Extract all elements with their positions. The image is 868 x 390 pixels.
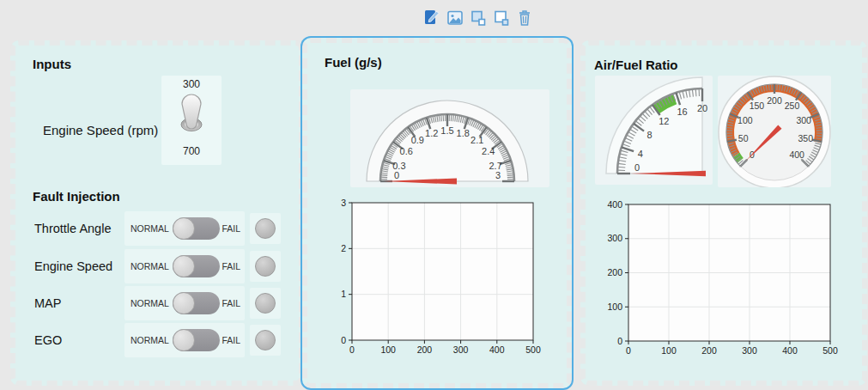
ego-switch[interactable]: NORMAL FAIL [124,323,245,357]
svg-text:0: 0 [341,335,346,345]
toggle-switch[interactable] [173,255,220,277]
edit-icon [424,9,440,27]
svg-text:500: 500 [822,345,838,356]
svg-text:16: 16 [677,107,687,117]
svg-text:50: 50 [738,133,749,143]
fuel-panel[interactable]: Fuel (g/s) 00.30.60.91.21.51.82.12.42.73… [302,38,572,388]
svg-text:1.8: 1.8 [457,128,470,138]
switch-on-label: FAIL [222,323,240,357]
fault-row-label: Engine Speed [34,258,112,275]
toggle-knob [173,329,195,351]
air-fuel-quarter-gauge-card: 048121620 [595,76,713,185]
image-icon [447,9,463,27]
svg-text:200: 200 [607,267,622,277]
air-fuel-ratio-title: Air/Fuel Ratio [594,58,678,72]
switch-on-label: FAIL [222,211,240,246]
air-fuel-circular-gauge-card: 050100150200250300350400 [718,76,831,187]
fault-row-label: Throttle Angle [34,220,111,237]
svg-text:250: 250 [785,101,800,111]
engine-speed-rocker-switch[interactable]: 300 700 [161,76,222,165]
switch-off-label: NORMAL [131,286,169,320]
svg-text:0.3: 0.3 [392,161,405,171]
svg-text:300: 300 [453,344,469,355]
air-fuel-quarter-gauge: 048121620 [595,76,713,185]
svg-text:400: 400 [607,199,622,210]
inputs-title: Inputs [33,57,71,71]
svg-text:3: 3 [341,198,346,208]
svg-text:8: 8 [646,130,652,140]
lamp-card [250,325,281,356]
svg-text:200: 200 [767,95,782,106]
svg-text:2: 2 [341,243,346,253]
svg-text:3: 3 [495,170,501,180]
throttle-angle-lamp [255,218,276,239]
lamp-card [250,251,281,282]
svg-text:2.7: 2.7 [489,161,501,171]
rocker-bottom-value: 700 [161,145,222,157]
rocker-top-value: 300 [161,78,222,90]
toggle-knob [173,217,195,240]
svg-text:0: 0 [617,336,622,346]
svg-text:300: 300 [796,115,811,125]
svg-text:12: 12 [659,116,669,126]
fuel-gauge-card: 00.30.60.91.21.51.82.12.42.73 [350,89,549,187]
switch-off-label: NORMAL [131,249,169,283]
rocker-lever [177,93,206,132]
fault-injection-title: Fault Injection [33,189,120,204]
svg-text:100: 100 [661,345,677,356]
switch-on-label: FAIL [222,286,240,320]
trash-icon [517,9,532,27]
air-fuel-circular-gauge: 050100150200250300350400 [718,76,831,187]
lamp-card [250,213,281,244]
throttle-angle-switch[interactable]: NORMAL FAIL [124,211,245,246]
fuel-title: Fuel (g/s) [325,55,382,70]
toggle-knob [173,292,195,314]
switch-off-label: NORMAL [131,323,169,357]
toggle-switch[interactable] [173,292,220,314]
send-to-back-icon [470,9,486,27]
svg-text:400: 400 [789,149,804,160]
svg-text:100: 100 [737,115,753,125]
delete-panel-button[interactable] [515,7,534,29]
toggle-switch[interactable] [173,329,220,351]
air-fuel-ratio-panel[interactable]: Air/Fuel Ratio 048121620 050100150200250… [580,40,867,386]
svg-text:1.2: 1.2 [425,128,438,138]
svg-text:1: 1 [341,289,346,299]
toggle-knob [173,255,195,277]
switch-on-label: FAIL [222,249,240,283]
svg-text:1.5: 1.5 [440,125,453,136]
svg-text:100: 100 [380,344,396,355]
switch-off-label: NORMAL [131,211,169,246]
svg-text:0.6: 0.6 [400,146,413,156]
bring-to-front-button[interactable] [492,7,511,29]
lamp-card [250,288,281,319]
svg-text:400: 400 [782,345,798,356]
svg-text:0: 0 [634,162,640,173]
svg-text:4: 4 [638,149,643,159]
svg-text:200: 200 [701,345,717,356]
svg-text:20: 20 [697,103,707,113]
svg-text:150: 150 [750,101,765,111]
send-to-back-button[interactable] [469,7,488,29]
map-lamp [255,293,276,314]
background-image-button[interactable] [446,7,464,29]
inputs-panel[interactable]: Inputs Engine Speed (rpm) 300 700 Faul [10,40,304,386]
svg-text:200: 200 [417,344,433,355]
edit-panel-button[interactable] [422,7,441,29]
simulink-dashboard: Inputs Engine Speed (rpm) 300 700 Faul [0,0,868,390]
svg-text:100: 100 [607,302,622,312]
map-switch[interactable]: NORMAL FAIL [124,286,245,320]
svg-text:300: 300 [607,233,622,243]
svg-text:2.1: 2.1 [470,135,483,145]
fault-row-label: MAP [34,295,61,312]
fuel-gauge: 00.30.60.91.21.51.82.12.42.73 [350,89,549,187]
panel-toolbar [422,7,534,29]
toggle-switch[interactable] [173,217,220,240]
air-fuel-plot: 01002003004005000100200300400 [597,193,854,365]
svg-text:2.4: 2.4 [482,146,495,156]
svg-text:0.9: 0.9 [411,135,424,145]
svg-text:400: 400 [489,344,505,355]
engine-speed-fault-switch[interactable]: NORMAL FAIL [124,249,245,283]
svg-text:0: 0 [626,345,631,356]
svg-text:0: 0 [394,170,399,180]
